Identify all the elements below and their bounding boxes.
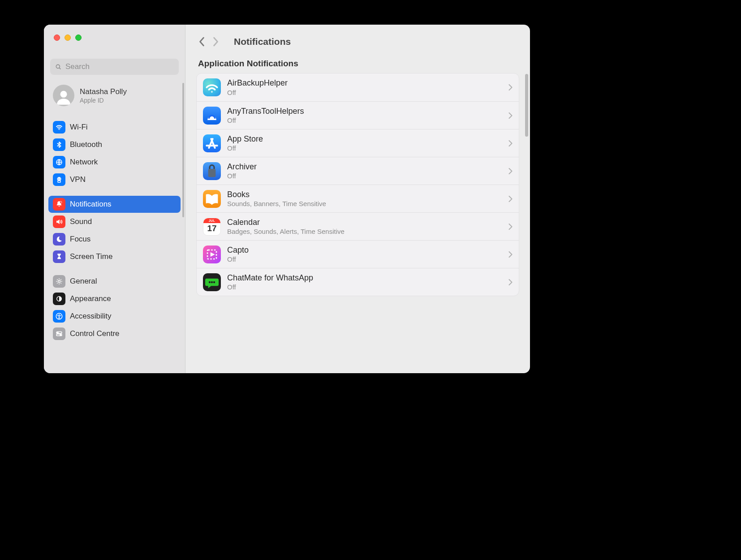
bell-icon	[53, 198, 65, 211]
svg-point-0	[56, 65, 60, 68]
sidebar-item-screentime[interactable]: Screen Time	[48, 248, 181, 265]
svg-marker-19	[211, 252, 215, 257]
app-icon	[203, 190, 221, 208]
sidebar-item-sound[interactable]: Sound	[48, 213, 181, 230]
section-title: Application Notifications	[198, 59, 519, 69]
sidebar-item-label: Sound	[70, 217, 92, 226]
sidebar-item-label: Notifications	[70, 200, 112, 209]
hourglass-icon	[53, 250, 65, 263]
svg-point-2	[60, 91, 67, 98]
close-window-button[interactable]	[54, 34, 60, 41]
chevron-right-icon	[508, 251, 513, 258]
sidebar-item-network[interactable]: Network	[48, 154, 181, 171]
svg-point-20	[209, 281, 211, 283]
calendar-day: 17	[203, 224, 220, 233]
app-row-appstore[interactable]: App Store Off	[197, 129, 519, 157]
sidebar-item-label: Network	[70, 158, 98, 167]
app-name: AirBackupHelper	[227, 78, 505, 88]
minimize-window-button[interactable]	[65, 34, 71, 41]
app-icon	[203, 273, 221, 291]
avatar	[53, 85, 74, 106]
app-row-airbackuphelper[interactable]: AirBackupHelper Off	[197, 73, 519, 101]
svg-point-15	[60, 334, 61, 335]
appearance-icon	[53, 293, 65, 305]
sidebar-item-controlcentre[interactable]: Control Centre	[48, 325, 181, 342]
search-input[interactable]	[65, 62, 174, 71]
settings-window: Natasha Polly Apple ID	[44, 25, 530, 373]
chevron-right-icon	[508, 196, 513, 202]
window-controls	[44, 25, 185, 52]
chevron-right-icon	[508, 168, 513, 174]
content: Application Notifications AirBackupHelpe…	[185, 59, 530, 373]
gear-icon	[53, 275, 65, 288]
app-row-books[interactable]: Books Sounds, Banners, Time Sensitive	[197, 185, 519, 212]
svg-rect-17	[208, 169, 216, 177]
app-row-capto[interactable]: Capto Off	[197, 240, 519, 268]
sidebar-item-label: Accessibility	[70, 312, 112, 321]
moon-icon	[53, 233, 65, 246]
back-button[interactable]	[195, 35, 209, 48]
accessibility-icon	[53, 310, 65, 323]
app-name: Archiver	[227, 162, 505, 172]
sidebar-item-appearance[interactable]: Appearance	[48, 290, 181, 307]
content-scrollbar[interactable]	[525, 74, 528, 137]
chevron-right-icon	[508, 112, 513, 119]
sidebar-item-focus[interactable]: Focus	[48, 231, 181, 248]
sidebar-group-focus: Notifications Sound	[48, 195, 181, 267]
app-sub: Sounds, Banners, Time Sensitive	[227, 200, 505, 207]
sidebar-item-general[interactable]: General	[48, 273, 181, 290]
calendar-month: JUL	[203, 218, 220, 223]
app-name: Calendar	[227, 218, 505, 228]
app-row-anytranstoolhelpers[interactable]: AnyTransToolHelpers Off	[197, 101, 519, 129]
app-sub: Off	[227, 116, 505, 124]
app-sub: Badges, Sounds, Alerts, Time Sensitive	[227, 228, 505, 235]
sidebar-item-vpn[interactable]: VPN	[48, 171, 181, 188]
apple-id-row[interactable]: Natasha Polly Apple ID	[48, 82, 181, 112]
control-centre-icon	[53, 327, 65, 340]
svg-point-8	[58, 280, 60, 283]
sidebar-scrollbar[interactable]	[182, 83, 184, 217]
svg-rect-6	[58, 181, 60, 182]
chevron-right-icon	[508, 140, 513, 146]
sidebar-item-notifications[interactable]: Notifications	[48, 196, 181, 213]
sidebar-item-label: Screen Time	[70, 252, 112, 261]
sidebar-item-wifi[interactable]: Wi-Fi	[48, 119, 181, 136]
forward-button[interactable]	[209, 35, 222, 48]
app-name: Capto	[227, 246, 505, 255]
app-icon	[203, 107, 221, 125]
app-sub: Off	[227, 172, 505, 180]
app-icon: JUL 17	[203, 218, 221, 236]
app-row-calendar[interactable]: JUL 17 Calendar Badges, Sounds, Alerts, …	[197, 212, 519, 240]
sidebar-item-label: VPN	[70, 175, 86, 184]
app-row-chatmate[interactable]: ChatMate for WhatsApp Off	[197, 268, 519, 296]
app-sub: Off	[227, 255, 505, 263]
chevron-right-icon	[508, 84, 513, 90]
svg-line-1	[59, 68, 60, 69]
profile-sub: Apple ID	[80, 97, 127, 104]
sidebar-item-bluetooth[interactable]: Bluetooth	[48, 136, 181, 153]
app-name: App Store	[227, 134, 505, 144]
svg-point-3	[59, 129, 59, 130]
svg-point-16	[211, 91, 212, 92]
app-name: ChatMate for WhatsApp	[227, 273, 505, 283]
svg-point-11	[59, 314, 60, 315]
zoom-window-button[interactable]	[75, 34, 82, 41]
main-panel: Notifications Application Notifications …	[185, 25, 530, 373]
profile-name: Natasha Polly	[80, 87, 127, 96]
chevron-right-icon	[508, 224, 513, 230]
app-name: Books	[227, 190, 505, 200]
bluetooth-icon	[53, 138, 65, 151]
sidebar-item-label: Appearance	[70, 294, 111, 303]
sidebar-item-accessibility[interactable]: Accessibility	[48, 308, 181, 325]
sidebar-item-label: Focus	[70, 235, 90, 244]
page-title: Notifications	[234, 36, 291, 47]
application-notifications-list: AirBackupHelper Off An	[196, 73, 519, 296]
app-sub: Off	[227, 89, 505, 96]
svg-point-22	[213, 281, 215, 283]
app-icon	[203, 246, 221, 263]
sidebar-item-label: Wi-Fi	[70, 123, 88, 132]
search-field[interactable]	[50, 59, 179, 75]
app-row-archiver[interactable]: Archiver Off	[197, 157, 519, 185]
app-name: AnyTransToolHelpers	[227, 107, 505, 116]
sidebar-group-system: General Appearance	[48, 272, 181, 344]
